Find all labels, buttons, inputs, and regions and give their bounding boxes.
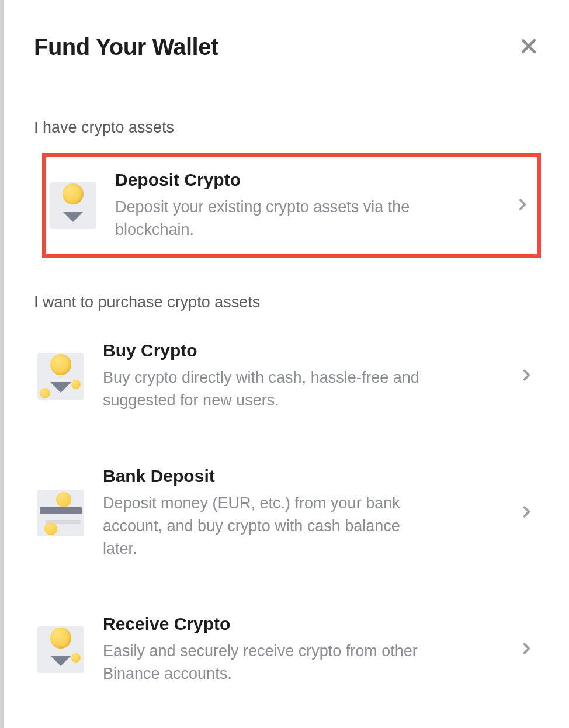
option-bank-deposit[interactable]: Bank Deposit Deposit money (EUR, etc.) f… bbox=[34, 453, 541, 573]
buy-crypto-icon bbox=[37, 353, 84, 400]
option-buy-crypto[interactable]: Buy Crypto Buy crypto directly with cash… bbox=[34, 328, 541, 425]
chevron-right-icon bbox=[519, 368, 534, 385]
option-description: Deposit your existing crypto assets via … bbox=[115, 196, 419, 241]
deposit-crypto-icon bbox=[50, 182, 96, 229]
option-title: Deposit Crypto bbox=[115, 170, 496, 190]
page-title: Fund Your Wallet bbox=[34, 34, 218, 60]
bank-deposit-icon bbox=[37, 490, 84, 536]
option-text: Buy Crypto Buy crypto directly with cash… bbox=[103, 341, 500, 412]
purchase-options-group: Buy Crypto Buy crypto directly with cash… bbox=[34, 328, 541, 698]
option-title: Receive Crypto bbox=[103, 614, 500, 634]
option-text: Deposit Crypto Deposit your existing cry… bbox=[115, 170, 496, 241]
close-button[interactable] bbox=[516, 34, 541, 60]
chevron-right-icon bbox=[515, 197, 530, 214]
modal-header: Fund Your Wallet bbox=[34, 34, 541, 60]
option-description: Deposit money (EUR, etc.) from your bank… bbox=[103, 492, 430, 560]
close-icon bbox=[519, 36, 539, 58]
option-text: Receive Crypto Easily and securely recei… bbox=[103, 614, 500, 685]
section-label-purchase-crypto: I want to purchase crypto assets bbox=[34, 293, 541, 311]
option-deposit-crypto[interactable]: Deposit Crypto Deposit your existing cry… bbox=[42, 153, 541, 258]
receive-crypto-icon bbox=[37, 626, 84, 673]
chevron-right-icon bbox=[519, 641, 534, 658]
section-label-have-crypto: I have crypto assets bbox=[34, 119, 541, 137]
option-title: Bank Deposit bbox=[103, 466, 500, 486]
option-receive-crypto[interactable]: Receive Crypto Easily and securely recei… bbox=[34, 601, 541, 698]
option-text: Bank Deposit Deposit money (EUR, etc.) f… bbox=[103, 466, 500, 560]
fund-wallet-modal: Fund Your Wallet I have crypto assets De… bbox=[4, 0, 569, 722]
option-title: Buy Crypto bbox=[103, 341, 500, 360]
option-description: Easily and securely receive crypto from … bbox=[103, 640, 430, 685]
chevron-right-icon bbox=[519, 504, 534, 522]
option-description: Buy crypto directly with cash, hassle-fr… bbox=[103, 366, 430, 412]
